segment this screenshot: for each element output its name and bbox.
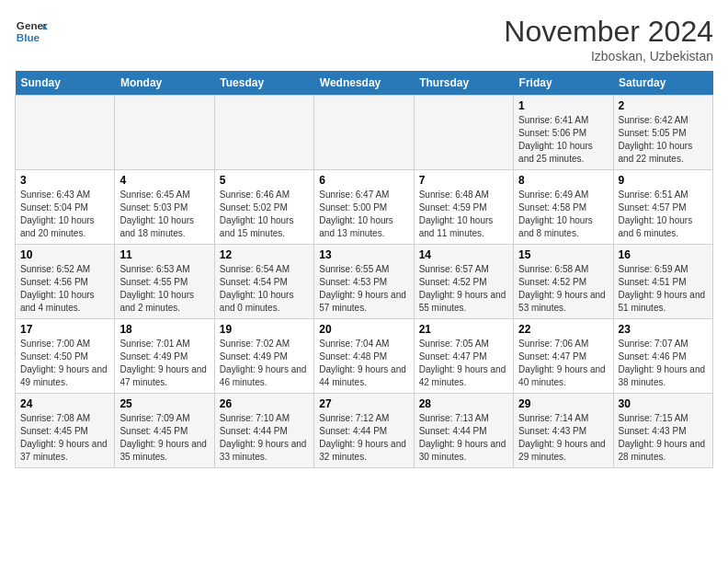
day-info: Sunrise: 7:02 AM Sunset: 4:49 PM Dayligh… — [220, 338, 309, 389]
day-info: Sunrise: 7:01 AM Sunset: 4:49 PM Dayligh… — [119, 338, 209, 389]
calendar-cell: 3Sunrise: 6:43 AM Sunset: 5:04 PM Daylig… — [16, 170, 115, 245]
calendar-cell: 17Sunrise: 7:00 AM Sunset: 4:50 PM Dayli… — [16, 319, 115, 394]
calendar-week-row: 3Sunrise: 6:43 AM Sunset: 5:04 PM Daylig… — [16, 170, 713, 245]
day-number: 19 — [220, 323, 309, 336]
calendar-cell — [214, 96, 313, 170]
day-info: Sunrise: 6:58 AM Sunset: 4:52 PM Dayligh… — [518, 263, 608, 315]
day-info: Sunrise: 6:47 AM Sunset: 5:00 PM Dayligh… — [319, 189, 408, 240]
calendar-cell: 1Sunrise: 6:41 AM Sunset: 5:06 PM Daylig… — [514, 96, 613, 170]
calendar-cell: 26Sunrise: 7:10 AM Sunset: 4:44 PM Dayli… — [214, 394, 313, 468]
day-info: Sunrise: 7:05 AM Sunset: 4:47 PM Dayligh… — [419, 338, 508, 389]
day-number: 22 — [518, 323, 608, 336]
weekday-header: Monday — [115, 71, 214, 96]
weekday-header: Sunday — [16, 71, 115, 96]
calendar-table: SundayMondayTuesdayWednesdayThursdayFrid… — [15, 71, 713, 468]
day-number: 25 — [119, 397, 209, 410]
calendar-cell: 12Sunrise: 6:54 AM Sunset: 4:54 PM Dayli… — [214, 245, 313, 319]
day-info: Sunrise: 7:13 AM Sunset: 4:44 PM Dayligh… — [419, 412, 508, 464]
day-number: 18 — [119, 323, 209, 336]
title-block: November 2024 Izboskan, Uzbekistan — [504, 15, 713, 63]
calendar-cell: 23Sunrise: 7:07 AM Sunset: 4:46 PM Dayli… — [613, 319, 712, 394]
calendar-cell: 30Sunrise: 7:15 AM Sunset: 4:43 PM Dayli… — [613, 394, 712, 468]
weekday-header: Thursday — [414, 71, 513, 96]
calendar-cell: 9Sunrise: 6:51 AM Sunset: 4:57 PM Daylig… — [613, 170, 712, 245]
day-info: Sunrise: 7:00 AM Sunset: 4:50 PM Dayligh… — [20, 338, 109, 389]
day-info: Sunrise: 6:59 AM Sunset: 4:51 PM Dayligh… — [619, 263, 708, 315]
day-info: Sunrise: 6:49 AM Sunset: 4:58 PM Dayligh… — [518, 189, 608, 240]
day-number: 28 — [419, 397, 508, 410]
calendar-cell — [314, 96, 414, 170]
calendar-cell: 7Sunrise: 6:48 AM Sunset: 4:59 PM Daylig… — [414, 170, 513, 245]
weekday-row: SundayMondayTuesdayWednesdayThursdayFrid… — [16, 71, 713, 96]
calendar-cell: 14Sunrise: 6:57 AM Sunset: 4:52 PM Dayli… — [414, 245, 513, 319]
day-info: Sunrise: 7:08 AM Sunset: 4:45 PM Dayligh… — [20, 412, 109, 464]
calendar-cell: 13Sunrise: 6:55 AM Sunset: 4:53 PM Dayli… — [314, 245, 414, 319]
day-info: Sunrise: 6:57 AM Sunset: 4:52 PM Dayligh… — [419, 263, 508, 315]
day-info: Sunrise: 6:42 AM Sunset: 5:05 PM Dayligh… — [619, 114, 708, 166]
weekday-header: Wednesday — [314, 71, 414, 96]
logo: General Blue — [15, 15, 48, 48]
day-number: 14 — [419, 248, 508, 261]
day-info: Sunrise: 6:41 AM Sunset: 5:06 PM Dayligh… — [518, 114, 608, 166]
day-info: Sunrise: 7:04 AM Sunset: 4:48 PM Dayligh… — [319, 338, 408, 389]
logo-icon: General Blue — [15, 15, 48, 48]
day-number: 26 — [220, 397, 309, 410]
calendar-cell — [115, 96, 214, 170]
calendar-cell: 20Sunrise: 7:04 AM Sunset: 4:48 PM Dayli… — [314, 319, 414, 394]
calendar-body: 1Sunrise: 6:41 AM Sunset: 5:06 PM Daylig… — [16, 96, 713, 468]
weekday-header: Saturday — [613, 71, 712, 96]
day-info: Sunrise: 6:53 AM Sunset: 4:55 PM Dayligh… — [119, 263, 209, 315]
day-info: Sunrise: 7:12 AM Sunset: 4:44 PM Dayligh… — [319, 412, 408, 464]
day-info: Sunrise: 6:52 AM Sunset: 4:56 PM Dayligh… — [20, 263, 109, 315]
day-number: 27 — [319, 397, 408, 410]
day-number: 16 — [619, 248, 708, 261]
weekday-header: Tuesday — [214, 71, 313, 96]
calendar-cell — [414, 96, 513, 170]
day-number: 24 — [20, 397, 109, 410]
calendar-cell: 27Sunrise: 7:12 AM Sunset: 4:44 PM Dayli… — [314, 394, 414, 468]
calendar-cell — [16, 96, 115, 170]
day-info: Sunrise: 6:45 AM Sunset: 5:03 PM Dayligh… — [119, 189, 209, 240]
calendar-cell: 24Sunrise: 7:08 AM Sunset: 4:45 PM Dayli… — [16, 394, 115, 468]
day-info: Sunrise: 7:06 AM Sunset: 4:47 PM Dayligh… — [518, 338, 608, 389]
day-number: 1 — [518, 99, 608, 112]
calendar-cell: 21Sunrise: 7:05 AM Sunset: 4:47 PM Dayli… — [414, 319, 513, 394]
day-number: 13 — [319, 248, 408, 261]
calendar-cell: 28Sunrise: 7:13 AM Sunset: 4:44 PM Dayli… — [414, 394, 513, 468]
day-number: 8 — [518, 174, 608, 187]
day-number: 4 — [119, 174, 209, 187]
day-info: Sunrise: 7:14 AM Sunset: 4:43 PM Dayligh… — [518, 412, 608, 464]
day-info: Sunrise: 6:43 AM Sunset: 5:04 PM Dayligh… — [20, 189, 109, 240]
calendar-week-row: 24Sunrise: 7:08 AM Sunset: 4:45 PM Dayli… — [16, 394, 713, 468]
weekday-header: Friday — [514, 71, 613, 96]
day-info: Sunrise: 6:55 AM Sunset: 4:53 PM Dayligh… — [319, 263, 408, 315]
calendar-cell: 11Sunrise: 6:53 AM Sunset: 4:55 PM Dayli… — [115, 245, 214, 319]
day-info: Sunrise: 7:15 AM Sunset: 4:43 PM Dayligh… — [619, 412, 708, 464]
day-number: 11 — [119, 248, 209, 261]
month-title: November 2024 — [504, 15, 713, 49]
day-number: 15 — [518, 248, 608, 261]
day-info: Sunrise: 6:48 AM Sunset: 4:59 PM Dayligh… — [419, 189, 508, 240]
day-number: 12 — [220, 248, 309, 261]
calendar-cell: 8Sunrise: 6:49 AM Sunset: 4:58 PM Daylig… — [514, 170, 613, 245]
day-number: 23 — [619, 323, 708, 336]
day-number: 29 — [518, 397, 608, 410]
calendar-week-row: 17Sunrise: 7:00 AM Sunset: 4:50 PM Dayli… — [16, 319, 713, 394]
day-number: 17 — [20, 323, 109, 336]
day-number: 6 — [319, 174, 408, 187]
svg-text:Blue: Blue — [17, 31, 40, 43]
day-info: Sunrise: 6:54 AM Sunset: 4:54 PM Dayligh… — [220, 263, 309, 315]
calendar-header: SundayMondayTuesdayWednesdayThursdayFrid… — [16, 71, 713, 96]
day-info: Sunrise: 6:46 AM Sunset: 5:02 PM Dayligh… — [220, 189, 309, 240]
calendar-cell: 10Sunrise: 6:52 AM Sunset: 4:56 PM Dayli… — [16, 245, 115, 319]
day-number: 5 — [220, 174, 309, 187]
calendar-cell: 4Sunrise: 6:45 AM Sunset: 5:03 PM Daylig… — [115, 170, 214, 245]
day-number: 7 — [419, 174, 508, 187]
calendar-cell: 29Sunrise: 7:14 AM Sunset: 4:43 PM Dayli… — [514, 394, 613, 468]
day-number: 20 — [319, 323, 408, 336]
day-number: 9 — [619, 174, 708, 187]
calendar-week-row: 10Sunrise: 6:52 AM Sunset: 4:56 PM Dayli… — [16, 245, 713, 319]
calendar-cell: 6Sunrise: 6:47 AM Sunset: 5:00 PM Daylig… — [314, 170, 414, 245]
calendar-cell: 15Sunrise: 6:58 AM Sunset: 4:52 PM Dayli… — [514, 245, 613, 319]
calendar-cell: 25Sunrise: 7:09 AM Sunset: 4:45 PM Dayli… — [115, 394, 214, 468]
